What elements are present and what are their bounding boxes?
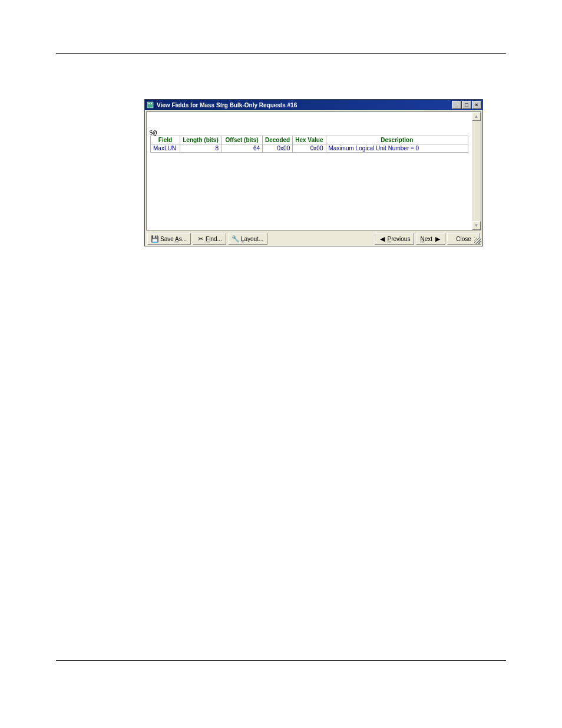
col-header-hex[interactable]: Hex Value [293, 136, 326, 144]
content-wrapper: $@ Field Length (bits) Offset (bits) Dec… [145, 110, 482, 232]
find-icon: ✂ [197, 235, 204, 242]
col-header-description[interactable]: Description [326, 136, 468, 144]
cell-length: 8 [180, 144, 222, 153]
titlebar[interactable]: View Fields for Mass Strg Bulk-Only Requ… [145, 100, 482, 110]
svg-rect-0 [147, 102, 153, 108]
scroll-down-button[interactable]: ▼ [472, 221, 481, 230]
previous-button[interactable]: ◀ Previous [375, 233, 415, 245]
col-header-field[interactable]: Field [151, 136, 180, 144]
col-header-length[interactable]: Length (bits) [180, 136, 222, 144]
cell-offset: 64 [222, 144, 263, 153]
save-icon: 💾 [151, 235, 158, 242]
layout-button[interactable]: 🔧 Layout... [228, 233, 267, 245]
col-header-decoded[interactable]: Decoded [263, 136, 293, 144]
svg-rect-1 [148, 103, 150, 104]
content-area: $@ Field Length (bits) Offset (bits) Dec… [146, 111, 472, 230]
cell-hex: 0x00 [293, 144, 326, 153]
close-label: Close [456, 236, 471, 242]
minimize-button[interactable]: _ [452, 101, 461, 109]
fields-table: Field Length (bits) Offset (bits) Decode… [150, 136, 468, 153]
col-header-offset[interactable]: Offset (bits) [222, 136, 263, 144]
window-title: View Fields for Mass Strg Bulk-Only Requ… [157, 102, 452, 108]
button-bar: 💾 Save As... ✂ Find... 🔧 Layout... ◀ Pre… [145, 232, 482, 246]
cell-field: MaxLUN [151, 144, 180, 153]
dialog-window: View Fields for Mass Strg Bulk-Only Requ… [144, 99, 483, 246]
svg-rect-2 [151, 103, 152, 104]
close-button[interactable]: × [472, 101, 481, 109]
prev-arrow-icon: ◀ [379, 235, 386, 242]
page-rule [56, 53, 506, 54]
page-rule [56, 660, 506, 661]
table-header-row: Field Length (bits) Offset (bits) Decode… [151, 136, 468, 144]
save-as-button[interactable]: 💾 Save As... [147, 233, 191, 245]
next-button[interactable]: Next ▶ [416, 233, 445, 245]
maximize-button[interactable]: □ [462, 101, 471, 109]
window-controls: _ □ × [452, 101, 481, 109]
next-arrow-icon: ▶ [434, 235, 441, 242]
app-icon [146, 101, 154, 109]
resize-grip[interactable] [474, 238, 481, 245]
scroll-track[interactable] [472, 121, 481, 221]
table-row[interactable]: MaxLUN 8 64 0x00 0x00 Maximum Logical Un… [151, 144, 468, 153]
cell-decoded: 0x00 [263, 144, 293, 153]
vertical-scrollbar[interactable]: ▲ ▼ [472, 111, 481, 230]
scroll-up-button[interactable]: ▲ [472, 112, 481, 121]
cell-description: Maximum Logical Unit Number = 0 [326, 144, 468, 153]
find-button[interactable]: ✂ Find... [193, 233, 226, 245]
layout-icon: 🔧 [232, 235, 239, 242]
